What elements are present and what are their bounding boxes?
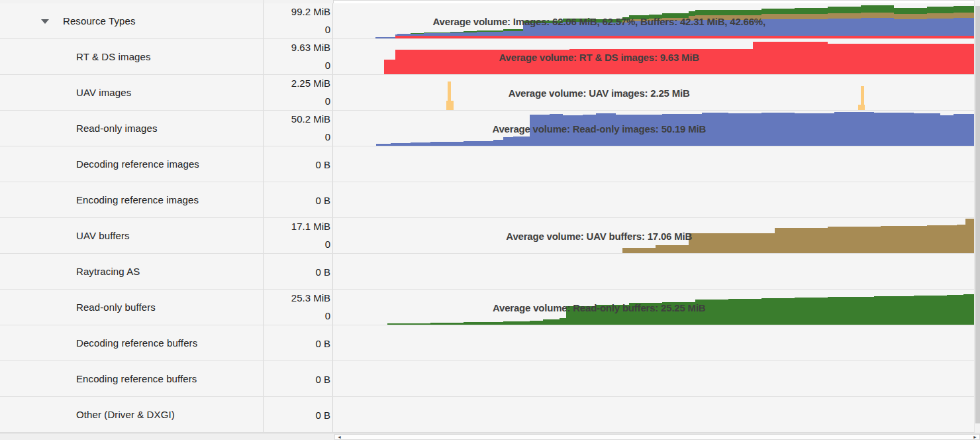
row-label-cell[interactable]: Encoding reference images [0, 182, 264, 217]
row-timeline-chart[interactable]: Average volume: RT & DS images: 9.63 MiB [333, 39, 974, 74]
row-label: UAV images [76, 87, 131, 98]
bottom-bar: ◄ ► [0, 433, 980, 440]
vertical-scrollbar[interactable] [974, 0, 980, 433]
row-timeline-chart[interactable] [333, 361, 974, 396]
average-volume-annotation: Average volume: UAV buffers: 17.06 MiB [506, 231, 692, 242]
row-value-cell: 0 B [264, 254, 333, 289]
table-row[interactable]: UAV buffers 17.1 MiB0 Average volume: UA… [0, 218, 974, 254]
row-max-value: 50.2 MiB [291, 113, 330, 125]
area-chart-canvas [333, 361, 974, 396]
row-timeline-chart[interactable] [333, 254, 974, 289]
resource-types-memory-panel: Resource Types 99.2 MiB0 Average volume:… [0, 0, 980, 440]
row-value: 0 B [315, 409, 330, 420]
horizontal-scrollbar[interactable]: ◄ ► [334, 434, 980, 440]
row-timeline-chart[interactable]: Average volume: Images: 62.06 MiB, 62.57… [333, 3, 974, 38]
row-value-cell: 50.2 MiB0 [264, 111, 333, 146]
row-label: Decoding reference buffers [76, 337, 197, 349]
row-value-cell: 17.1 MiB0 [264, 218, 333, 253]
row-timeline-chart[interactable] [333, 146, 974, 182]
row-label-cell[interactable]: Encoding reference buffers [0, 361, 264, 396]
area-chart-canvas [333, 146, 974, 182]
row-value: 0 B [315, 266, 330, 277]
row-value-cell: 25.3 MiB0 [264, 290, 333, 325]
row-value: 0 B [315, 158, 330, 170]
row-timeline-chart[interactable]: Average volume: UAV images: 2.25 MiB [333, 75, 974, 110]
row-label: UAV buffers [76, 230, 130, 241]
table-row[interactable]: Decoding reference buffers 0 B [0, 325, 974, 361]
row-value-cell: 2.25 MiB0 [264, 75, 333, 110]
average-volume-annotation: Average volume: Images: 62.06 MiB, 62.57… [433, 16, 765, 27]
row-min-value: 0 [325, 60, 330, 71]
row-label-cell[interactable]: UAV buffers [0, 218, 264, 253]
scroll-right-arrow-icon[interactable]: ► [971, 435, 979, 439]
row-min-value: 0 [325, 131, 330, 142]
row-label-cell[interactable]: Decoding reference images [0, 146, 264, 182]
area-chart-canvas [333, 397, 974, 432]
series-red [333, 36, 974, 38]
row-value-cell: 99.2 MiB0 [264, 3, 333, 38]
spike-bar [448, 82, 451, 110]
row-label: RT & DS images [76, 51, 151, 62]
row-min-value: 0 [325, 24, 330, 35]
row-label-cell[interactable]: UAV images [0, 75, 264, 110]
table-row[interactable]: Read-only buffers 25.3 MiB0 Average volu… [0, 290, 974, 325]
vertical-scrollbar-thumb[interactable] [975, 6, 980, 423]
row-label-cell[interactable]: Resource Types [0, 3, 264, 38]
row-max-value: 99.2 MiB [291, 6, 330, 17]
row-label: Decoding reference images [76, 158, 199, 170]
row-timeline-chart[interactable]: Average volume: Read-only images: 50.19 … [333, 111, 974, 146]
row-min-value: 0 [325, 95, 330, 107]
row-label: Read-only images [76, 123, 158, 134]
row-value: 0 B [315, 194, 330, 205]
row-timeline-chart[interactable] [333, 325, 974, 360]
row-value: 0 B [315, 373, 330, 384]
row-label-cell[interactable]: Read-only images [0, 111, 264, 146]
row-label: Other (Driver & DXGI) [76, 409, 175, 420]
row-value: 0 B [315, 337, 330, 349]
row-max-value: 9.63 MiB [291, 42, 330, 53]
table-row[interactable]: Read-only images 50.2 MiB0 Average volum… [0, 111, 974, 146]
table-row[interactable]: Encoding reference buffers 0 B [0, 361, 974, 397]
spike-bar [861, 86, 864, 110]
table-row[interactable]: UAV images 2.25 MiB0 Average volume: UAV… [0, 75, 974, 111]
row-value-cell: 0 B [264, 182, 333, 217]
row-label: Encoding reference images [76, 194, 199, 205]
row-value-cell: 0 B [264, 325, 333, 360]
table-row[interactable]: Decoding reference images 0 B [0, 146, 974, 182]
average-volume-annotation: Average volume: RT & DS images: 9.63 MiB [499, 52, 699, 63]
row-value-cell: 9.63 MiB0 [264, 39, 333, 74]
row-label: Read-only buffers [76, 302, 156, 313]
row-min-value: 0 [325, 239, 330, 250]
row-label-cell[interactable]: Decoding reference buffers [0, 325, 264, 360]
resource-type-table: Resource Types 99.2 MiB0 Average volume:… [0, 3, 974, 433]
collapse-arrow-icon[interactable] [41, 19, 49, 24]
scroll-left-arrow-icon[interactable]: ◄ [336, 435, 343, 439]
row-label-cell[interactable]: Other (Driver & DXGI) [0, 397, 264, 432]
table-row[interactable]: Raytracing AS 0 B [0, 254, 974, 290]
row-value-cell: 0 B [264, 361, 333, 396]
average-volume-annotation: Average volume: Read-only images: 50.19 … [492, 123, 706, 135]
row-label-cell[interactable]: RT & DS images [0, 39, 264, 74]
row-label: Encoding reference buffers [76, 373, 197, 384]
row-label-cell[interactable]: Read-only buffers [0, 290, 264, 325]
row-timeline-chart[interactable]: Average volume: Read-only buffers: 25.25… [333, 290, 974, 325]
table-row[interactable]: RT & DS images 9.63 MiB0 Average volume:… [0, 39, 974, 75]
row-timeline-chart[interactable] [333, 397, 974, 432]
area-chart-canvas [333, 325, 974, 360]
row-max-value: 2.25 MiB [291, 78, 330, 89]
row-label: Resource Types [63, 15, 136, 27]
row-max-value: 17.1 MiB [291, 221, 330, 232]
row-label: Raytracing AS [76, 266, 140, 277]
row-min-value: 0 [325, 310, 330, 321]
table-row[interactable]: Encoding reference images 0 B [0, 182, 974, 218]
table-row[interactable]: Resource Types 99.2 MiB0 Average volume:… [0, 3, 974, 39]
row-value-cell: 0 B [264, 397, 333, 432]
average-volume-annotation: Average volume: Read-only buffers: 25.25… [493, 302, 706, 313]
row-timeline-chart[interactable] [333, 182, 974, 217]
table-row[interactable]: Other (Driver & DXGI) 0 B [0, 397, 974, 433]
row-label-cell[interactable]: Raytracing AS [0, 254, 264, 289]
area-chart-canvas [333, 182, 974, 217]
row-timeline-chart[interactable]: Average volume: UAV buffers: 17.06 MiB [333, 218, 974, 253]
row-max-value: 25.3 MiB [291, 292, 330, 303]
average-volume-annotation: Average volume: UAV images: 2.25 MiB [509, 87, 690, 99]
